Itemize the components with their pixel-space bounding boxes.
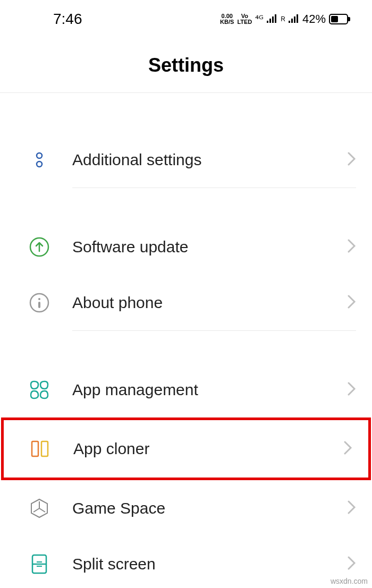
svg-rect-0 — [267, 21, 268, 23]
setting-about-phone[interactable]: About phone — [0, 275, 372, 330]
svg-point-9 — [37, 161, 42, 167]
roaming-icon: R — [281, 15, 285, 23]
game-space-icon — [29, 498, 50, 519]
chevron-right-icon — [348, 382, 356, 398]
svg-point-8 — [37, 153, 42, 158]
svg-rect-5 — [291, 19, 293, 23]
setting-app-management[interactable]: App management — [0, 362, 372, 417]
setting-label: Software update — [72, 238, 348, 256]
split-screen-icon — [29, 553, 50, 575]
svg-rect-4 — [289, 21, 290, 23]
svg-rect-15 — [41, 441, 48, 456]
svg-rect-7 — [297, 14, 298, 23]
setting-label: App management — [72, 381, 348, 399]
app-management-icon — [29, 379, 50, 400]
setting-software-update[interactable]: Software update — [0, 219, 372, 275]
chevron-right-icon — [348, 556, 356, 572]
chevron-right-icon — [348, 295, 356, 311]
signal-bars-icon — [267, 13, 277, 25]
partial-row-top — [0, 93, 372, 101]
additional-settings-icon — [29, 149, 50, 171]
software-update-icon — [29, 236, 50, 258]
data-speed-icon: 0.00 KB/S — [220, 13, 234, 25]
app-cloner-icon — [30, 438, 51, 459]
signal-bars-2-icon — [289, 13, 299, 25]
status-indicators: 0.00 KB/S Vo LTED ⁴ᴳ R 42% — [220, 12, 348, 26]
watermark: wsxdn.com — [331, 577, 368, 585]
svg-point-12 — [38, 298, 40, 300]
setting-label: Split screen — [72, 555, 348, 573]
svg-rect-13 — [38, 302, 40, 308]
battery-percent: 42% — [302, 12, 326, 26]
about-phone-icon — [29, 292, 50, 313]
svg-rect-3 — [275, 14, 276, 23]
status-bar: 7:46 0.00 KB/S Vo LTED ⁴ᴳ R 42% — [0, 0, 372, 36]
setting-additional-settings[interactable]: Additional settings — [0, 132, 372, 188]
battery-icon — [329, 14, 348, 24]
settings-list: Additional settings Software update Abou… — [0, 93, 372, 588]
svg-rect-1 — [269, 19, 271, 23]
setting-label: Additional settings — [72, 151, 348, 169]
chevron-right-icon — [344, 441, 352, 457]
setting-label: Game Space — [72, 499, 348, 517]
volte-icon: Vo LTED — [237, 13, 252, 25]
setting-split-screen[interactable]: Split screen — [0, 536, 372, 588]
setting-app-cloner[interactable]: App cloner — [1, 417, 371, 480]
chevron-right-icon — [348, 239, 356, 255]
page-title: Settings — [0, 54, 372, 76]
setting-label: App cloner — [73, 440, 344, 458]
page-header: Settings — [0, 36, 372, 93]
chevron-right-icon — [348, 152, 356, 168]
status-time: 7:46 — [53, 11, 82, 28]
svg-rect-2 — [272, 16, 274, 23]
network-4g-icon: ⁴ᴳ — [255, 13, 264, 25]
svg-rect-14 — [32, 441, 38, 456]
setting-game-space[interactable]: Game Space — [0, 480, 372, 536]
svg-rect-6 — [294, 16, 295, 23]
setting-label: About phone — [72, 294, 348, 312]
chevron-right-icon — [348, 500, 356, 516]
